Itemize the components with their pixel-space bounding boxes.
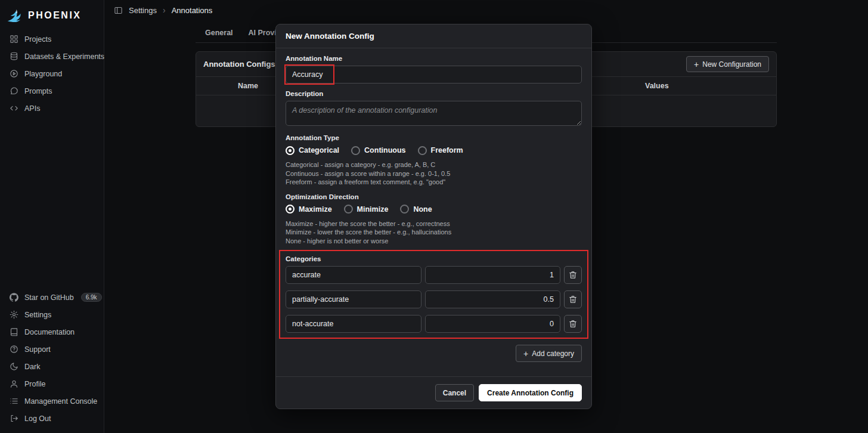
radio-freeform[interactable]: Freeform [418,146,463,155]
description-textarea[interactable] [286,101,582,126]
help-line: Continuous - assign a score within a ran… [286,169,582,178]
sidebar-item-documentation[interactable]: Documentation [0,323,104,341]
column-values: Values [638,77,776,95]
sidebar-item-prompts[interactable]: Prompts [0,82,104,100]
category-row [286,290,582,308]
sidebar-item-theme-dark[interactable]: Dark [0,358,104,375]
highlight-box-categories: Categories [279,250,588,339]
tab-general[interactable]: General [205,29,233,42]
modal-footer: Cancel Create Annotation Config [276,376,591,409]
person-icon [10,379,18,388]
sidebar: PHOENIX Projects Datasets & Experiments … [0,0,104,433]
radio-label: Continuous [364,146,405,154]
help-icon [10,345,18,354]
sidebar-item-label: Settings [24,311,51,319]
trash-icon [569,320,577,328]
help-line: Maximize - higher the score the better -… [286,219,582,228]
radio-categorical[interactable]: Categorical [286,146,339,155]
new-configuration-label: New Configuration [702,60,761,69]
help-line: Minimize - lower the score the better - … [286,228,582,237]
sidebar-item-label: Support [24,345,51,354]
sidebar-item-label: Datasets & Experiments [24,52,104,61]
radio-label: Minimize [357,205,389,214]
sidebar-spacer [0,117,104,289]
sidebar-item-label: Dark [24,363,40,371]
help-line: Freeform - assign a freeform text commen… [286,178,582,187]
sidebar-item-apis[interactable]: APIs [0,100,104,117]
sidebar-item-projects[interactable]: Projects [0,30,104,48]
sidebar-item-management-console[interactable]: Management Console [0,392,104,410]
plus-icon: + [694,60,699,69]
delete-category-button[interactable] [564,266,582,284]
category-row [286,266,582,284]
sidebar-item-label: Playground [24,70,62,78]
radio-circle-icon [286,146,294,155]
logout-icon [10,414,18,423]
radio-continuous[interactable]: Continuous [351,146,405,155]
sidebar-item-label: Projects [24,35,51,44]
plus-icon: + [523,350,528,358]
github-icon [10,293,18,302]
gear-icon [10,310,18,319]
grid-icon [10,35,18,44]
delete-category-button[interactable] [564,290,582,308]
breadcrumb-annotations: Annotations [172,6,213,15]
cancel-button[interactable]: Cancel [435,384,474,401]
sidebar-item-profile[interactable]: Profile [0,375,104,392]
category-name-input[interactable] [286,290,421,308]
category-value-input[interactable] [425,290,561,308]
github-stars-badge: 6.9k [81,293,102,302]
chat-icon [10,86,18,95]
categories-label: Categories [286,255,582,263]
modal-body: Annotation Name Description Annotation T… [276,48,591,376]
sidebar-item-label: Management Console [24,397,97,406]
category-name-input[interactable] [286,266,421,284]
phoenix-bird-icon [7,8,24,22]
sidebar-item-datasets[interactable]: Datasets & Experiments [0,48,104,65]
trash-icon [569,271,577,279]
delete-category-button[interactable] [564,315,582,333]
radio-none[interactable]: None [400,205,432,214]
radio-label: Freeform [431,146,463,154]
panel-title: Annotation Configs [203,60,275,69]
annotation-name-input[interactable] [286,66,582,83]
category-row [286,315,582,333]
radio-label: Maximize [299,205,332,214]
sidebar-item-label: Profile [24,380,45,388]
annotation-type-label: Annotation Type [286,134,582,142]
phoenix-logo[interactable]: PHOENIX [0,5,104,30]
radio-label: Categorical [299,146,339,154]
optimization-direction-label: Optimization Direction [286,193,582,201]
annotation-name-label: Annotation Name [286,54,582,63]
sidebar-item-settings[interactable]: Settings [0,306,104,323]
new-annotation-config-modal: New Annotation Config Annotation Name De… [275,24,592,409]
sidebar-toggle-icon[interactable] [114,6,123,15]
category-value-input[interactable] [425,266,561,284]
create-annotation-config-button[interactable]: Create Annotation Config [479,384,582,401]
sidebar-item-logout[interactable]: Log Out [0,410,104,427]
sidebar-item-label: Star on GitHub [24,293,74,302]
add-category-button[interactable]: + Add category [516,345,582,362]
sidebar-item-github-star[interactable]: Star on GitHub 6.9k [0,289,104,306]
sidebar-item-playground[interactable]: Playground [0,65,104,82]
sidebar-item-label: Documentation [24,328,75,336]
annotation-type-radio-group: Categorical Continuous Freeform [286,145,582,156]
breadcrumb-settings[interactable]: Settings [129,6,157,15]
add-category-label: Add category [532,350,574,358]
radio-circle-icon [400,205,409,214]
book-icon [10,327,18,336]
play-icon [10,69,18,78]
category-value-input[interactable] [425,315,561,333]
category-name-input[interactable] [286,315,421,333]
radio-maximize[interactable]: Maximize [286,205,332,214]
radio-label: None [413,205,432,214]
add-category-row: + Add category [286,345,582,362]
sidebar-item-label: Log Out [24,415,51,423]
radio-minimize[interactable]: Minimize [344,205,389,214]
sidebar-item-label: APIs [24,104,40,113]
radio-circle-icon [344,205,353,214]
new-configuration-button[interactable]: + New Configuration [686,56,769,72]
radio-circle-icon [351,146,360,155]
annotation-type-help: Categorical - assign a category - e.g. g… [286,160,582,187]
sidebar-item-support[interactable]: Support [0,341,104,358]
